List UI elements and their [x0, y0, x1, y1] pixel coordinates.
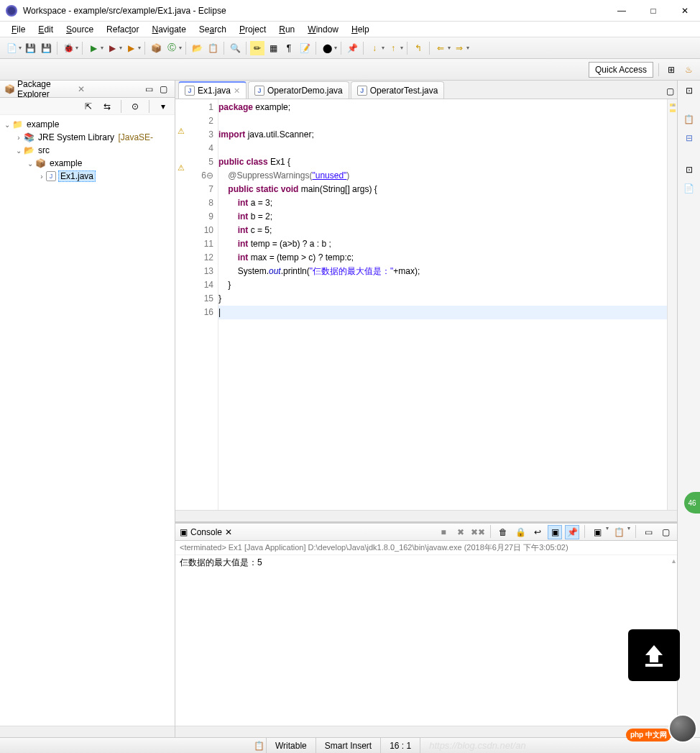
- tab-label: Ex1.java: [198, 86, 231, 96]
- tab-close-icon[interactable]: ✕: [234, 86, 240, 96]
- maximize-view-icon[interactable]: ▢: [156, 82, 170, 96]
- tab-operatortest[interactable]: J OperatorTest.java: [351, 81, 445, 99]
- tree-project[interactable]: ⌄📁example: [3, 118, 172, 131]
- remove-all-icon[interactable]: ✖✖: [471, 525, 485, 539]
- green-badge[interactable]: 46: [684, 492, 700, 514]
- window-title: Workspace - example/src/example/Ex1.java…: [23, 6, 612, 16]
- open-type-icon[interactable]: 📂: [190, 41, 204, 55]
- quick-access-input[interactable]: Quick Access: [589, 62, 653, 78]
- tab-ex1[interactable]: J Ex1.java ✕: [178, 81, 247, 99]
- link-editor-icon[interactable]: ⇆: [100, 99, 114, 114]
- restore-icon[interactable]: ⊡: [682, 83, 696, 98]
- right-trim: ⊡ 📋 ⊟ ⊡ 📄: [677, 81, 700, 737]
- remove-launch-icon[interactable]: ✖: [453, 525, 468, 539]
- avatar-badge[interactable]: [668, 714, 697, 743]
- open-task-icon[interactable]: 📋: [206, 41, 220, 55]
- last-edit-icon[interactable]: ↰: [411, 41, 425, 55]
- restore2-icon[interactable]: ⊡: [682, 163, 696, 177]
- tab-label: OperatorDemo.java: [267, 86, 343, 96]
- debug-icon[interactable]: 🐞: [61, 41, 75, 55]
- menu-edit[interactable]: Edit: [32, 23, 59, 36]
- open-perspective-icon[interactable]: ⊞: [664, 63, 678, 77]
- maximize-button[interactable]: □: [644, 4, 663, 18]
- tree-package[interactable]: ⌄📦example: [3, 157, 172, 170]
- console-output[interactable]: 仨数据的最大值是：5 ▴: [175, 555, 677, 726]
- collapse-all-icon[interactable]: ⇱: [81, 99, 96, 114]
- menu-run[interactable]: Run: [273, 23, 300, 36]
- menu-refactor[interactable]: Refactor: [101, 23, 144, 36]
- focus-task-icon[interactable]: ⊙: [128, 99, 142, 114]
- tree-file-ex1[interactable]: ›JEx1.java: [3, 170, 172, 183]
- menu-help[interactable]: Help: [346, 23, 375, 36]
- coverage-icon[interactable]: ▶: [105, 41, 119, 55]
- max-console-icon[interactable]: ▢: [658, 525, 673, 539]
- save-icon[interactable]: 💾: [23, 41, 37, 55]
- word-wrap-icon[interactable]: ↩: [530, 525, 545, 539]
- php-badge[interactable]: php 中文网: [626, 729, 671, 741]
- editor-max-icon[interactable]: ▢: [663, 84, 677, 99]
- code-editor[interactable]: ⚠ ⚠ 123456⊖78910111213141516 package exa…: [175, 99, 677, 510]
- editor-hscroll[interactable]: [175, 510, 677, 521]
- outline-icon[interactable]: ⊟: [682, 131, 696, 145]
- menu-window[interactable]: Window: [302, 23, 344, 36]
- save-all-icon[interactable]: 💾: [39, 41, 53, 55]
- code-area[interactable]: package example; import java.util.Scanne…: [218, 99, 667, 510]
- view-close-icon[interactable]: ✕: [78, 84, 85, 94]
- new-package-icon[interactable]: 📦: [149, 41, 163, 55]
- pin-console-icon[interactable]: 📌: [565, 525, 579, 539]
- search-icon[interactable]: 🔍: [228, 41, 242, 55]
- upload-badge[interactable]: [628, 629, 680, 681]
- outline2-icon[interactable]: 📄: [682, 181, 696, 196]
- explorer-hscroll[interactable]: [0, 726, 175, 737]
- close-button[interactable]: ✕: [676, 4, 694, 18]
- console-icon: ▣: [180, 527, 188, 537]
- status-insert: Smart Insert: [316, 738, 380, 753]
- toggle-block-icon[interactable]: ▦: [266, 41, 280, 55]
- tab-operatordemo[interactable]: J OperatorDemo.java: [248, 81, 349, 99]
- breakpoint-icon[interactable]: ⬤: [320, 41, 334, 55]
- clear-console-icon[interactable]: 🗑: [496, 525, 510, 539]
- next-annotation-icon[interactable]: ↓: [367, 41, 382, 55]
- task-list-icon[interactable]: 📋: [682, 112, 696, 127]
- run-icon[interactable]: ▶: [86, 41, 101, 55]
- console-hscroll[interactable]: [175, 726, 677, 737]
- package-tree[interactable]: ⌄📁example ›📚JRE System Library [JavaSE- …: [0, 115, 175, 726]
- tab-label: OperatorTest.java: [370, 86, 438, 96]
- show-whitespace-icon[interactable]: ¶: [282, 41, 296, 55]
- scroll-lock-icon[interactable]: 🔒: [513, 525, 528, 539]
- package-explorer-title: Package Explorer: [17, 79, 75, 99]
- minimize-button[interactable]: —: [612, 4, 631, 18]
- pin-icon[interactable]: 📌: [345, 41, 359, 55]
- back-icon[interactable]: ⇐: [433, 41, 448, 55]
- show-console-icon[interactable]: ▣: [548, 525, 562, 539]
- menu-file[interactable]: File: [6, 23, 31, 36]
- menu-source[interactable]: Source: [60, 23, 99, 36]
- new-icon[interactable]: 📄: [4, 41, 19, 55]
- main-toolbar: 📄▾ 💾 💾 🐞▾ ▶▾ ▶▾ ▶▾ 📦 Ⓒ▾ 📂 📋 🔍 ✏ ▦ ¶ 📝 ⬤▾…: [0, 37, 700, 59]
- min-console-icon[interactable]: ▭: [641, 525, 655, 539]
- new-class-icon[interactable]: Ⓒ: [165, 41, 179, 55]
- forward-icon[interactable]: ⇒: [452, 41, 466, 55]
- upload-icon: [640, 641, 668, 670]
- run-last-icon[interactable]: ▶: [124, 41, 138, 55]
- warning-marker-icon[interactable]: ⚠: [175, 127, 187, 136]
- overview-ruler[interactable]: ▴: [667, 99, 677, 510]
- menu-search[interactable]: Search: [193, 23, 232, 36]
- minimize-view-icon[interactable]: ▭: [142, 82, 156, 96]
- display-console-icon[interactable]: ▣: [590, 525, 604, 539]
- console-close-icon[interactable]: ✕: [225, 527, 232, 537]
- terminate-icon[interactable]: ■: [436, 525, 451, 539]
- warning-marker-icon[interactable]: ⚠: [175, 163, 187, 173]
- scroll-up-icon[interactable]: ▴: [672, 101, 676, 108]
- tree-src[interactable]: ⌄📂src: [3, 144, 172, 157]
- annotation-icon[interactable]: 📝: [298, 41, 312, 55]
- scroll-up-icon[interactable]: ▴: [672, 557, 676, 565]
- java-perspective-icon[interactable]: ♨: [681, 63, 696, 77]
- menu-project[interactable]: Project: [234, 23, 272, 36]
- prev-annotation-icon[interactable]: ↑: [386, 41, 400, 55]
- toggle-mark-icon[interactable]: ✏: [250, 41, 264, 55]
- tree-jre[interactable]: ›📚JRE System Library [JavaSE-: [3, 131, 172, 144]
- view-menu-icon[interactable]: ▾: [156, 99, 170, 114]
- menu-navigate[interactable]: Navigate: [146, 23, 191, 36]
- open-console-icon[interactable]: 📋: [612, 525, 626, 539]
